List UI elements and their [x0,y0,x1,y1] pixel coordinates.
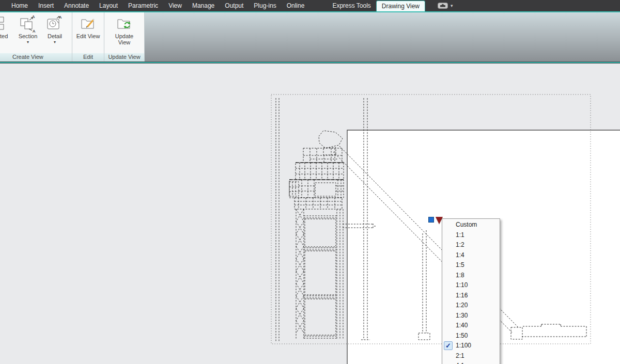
scale-option-2-1[interactable]: 2:1 [442,351,500,361]
detail-button[interactable]: A Detail ▾ [41,13,68,53]
tab-manage[interactable]: Manage [187,0,220,11]
tab-layout[interactable]: Layout [94,0,123,11]
check-icon: ✓ [444,341,453,350]
section-button[interactable]: A A Section ▾ [14,13,41,53]
tab-annotate[interactable]: Annotate [59,0,94,11]
scale-context-menu: Custom 1:1 1:2 1:4 1:5 1:8 1:10 1:16 1:2… [442,218,500,364]
panel-toggle-icon [438,3,448,9]
tower-lattice-shaft [296,209,304,340]
svg-text:A: A [59,15,62,20]
move-grip[interactable] [428,217,434,223]
left-column-lines [276,98,279,341]
projected-view-icon [0,14,10,33]
ribbon-panels: ted A [0,12,145,61]
tab-view[interactable]: View [163,0,187,11]
panel-edit: Edit View Edit [72,12,104,61]
projected-view-button-partial[interactable]: ted [0,13,10,53]
panel-label-update-view: Update View [104,53,144,61]
tab-home[interactable]: Home [6,0,33,11]
scale-option-1-10[interactable]: 1:10 [442,280,500,291]
scale-option-1-5[interactable]: 1:5 [442,260,500,271]
panel-label-create-view: Create View [0,53,72,61]
drawing-canvas[interactable] [0,64,620,364]
scale-option-1-50[interactable]: 1:50 [442,331,500,341]
panel-create-view: ted A [0,12,72,61]
scale-option-1-100[interactable]: ✓ 1:100 [442,341,500,351]
ribbon-empty-area [145,12,620,61]
scale-option-1-4[interactable]: 1:4 [442,250,500,261]
scale-option-1-1[interactable]: 1:1 [442,230,500,241]
panel-label-edit: Edit [72,53,104,61]
drawing-viewport-svg [0,64,620,364]
scale-option-1-8[interactable]: 1:8 [442,271,500,281]
tower-head-house [289,148,344,209]
detail-view-icon: A [46,14,64,33]
ribbon-bottom-accent [0,61,620,64]
edit-view-button[interactable]: Edit View [75,13,102,53]
scale-option-1-40[interactable]: 1:40 [442,321,500,331]
tab-output[interactable]: Output [220,0,249,11]
tab-drawing-view[interactable]: Drawing View [376,1,425,11]
section-view-icon: A A [19,14,37,33]
ribbon-tab-bar: Home Insert Annotate Layout Parametric V… [0,0,620,11]
scale-option-custom[interactable]: Custom [442,220,500,230]
tab-plug-ins[interactable]: Plug-ins [249,0,281,11]
scale-option-1-30[interactable]: 1:30 [442,311,500,321]
tab-express-tools[interactable]: Express Tools [327,0,376,11]
chevron-down-icon[interactable]: ▾ [451,3,453,8]
ribbon: ted A [0,11,620,61]
update-view-icon [116,14,133,33]
tower-hopper [319,131,343,155]
tab-insert[interactable]: Insert [33,0,59,11]
ribbon-state-toggle[interactable]: ▾ [438,0,453,11]
detail-dropdown-caret[interactable]: ▾ [54,40,56,44]
svg-text:A: A [33,29,36,33]
update-view-button[interactable]: Update View [111,13,138,53]
tab-online[interactable]: Online [282,0,310,11]
tower-panels [304,209,343,340]
tab-parametric[interactable]: Parametric [123,0,163,11]
scale-option-4-1[interactable]: 4:1 [442,361,500,364]
scale-option-1-16[interactable]: 1:16 [442,291,500,301]
scale-grip[interactable] [436,217,443,224]
edit-view-icon [80,14,97,33]
section-dropdown-caret[interactable]: ▾ [27,40,29,44]
projected-label-fragment: ted [0,33,10,39]
scale-option-1-2[interactable]: 1:2 [442,240,500,250]
panel-update-view: Update View Update View [104,12,145,61]
svg-text:A: A [32,14,35,19]
scale-option-1-20[interactable]: 1:20 [442,300,500,311]
